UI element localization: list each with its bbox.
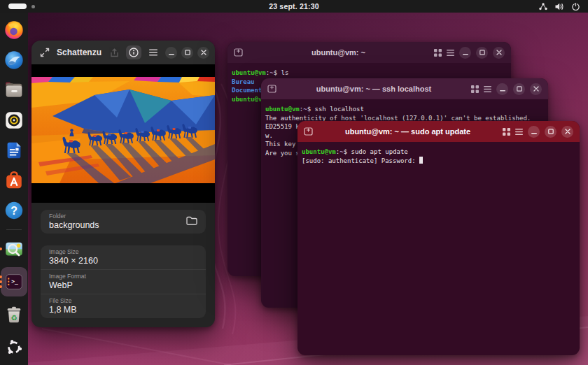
firefox-icon [4,20,24,41]
trash-icon: ♻ [4,304,24,325]
detail-label: File Size [49,297,197,305]
maximize-button[interactable] [513,83,525,95]
top-bar: 23 sept. 21:30 [0,0,588,13]
detail-value: WebP [49,280,197,291]
menu-icon[interactable] [484,86,491,92]
tab-overview-icon[interactable] [471,85,479,93]
svg-text:?: ? [10,205,18,217]
terminal-cursor [419,157,424,164]
dock-item-rhythmbox[interactable] [2,108,26,132]
dock-item-image-viewer[interactable] [2,237,26,261]
window-title: ubuntu@vm: ~ [248,48,429,57]
terminal-text-segment: ubuntu@vm [232,69,266,76]
terminal-text-segment: ssh localhost [314,106,363,113]
running-indicator [0,275,2,288]
terminal-text-segment: Are you s [265,150,300,157]
volume-icon[interactable] [555,3,564,10]
terminal-text-segment: ED25519 k [265,123,300,130]
dock-item-help[interactable]: ? [2,199,26,222]
new-tab-icon[interactable] [234,48,243,57]
rhythmbox-icon [4,110,24,131]
image-viewer-icon [4,238,24,259]
menu-icon[interactable] [515,129,523,135]
svg-text:>_: >_ [11,278,18,285]
share-icon[interactable] [106,45,122,59]
desktop: 23 sept. 21:30 [0,0,588,365]
terminal-3-content[interactable]: ubuntu@vm:~$ sudo apt update[sudo: authe… [298,142,580,355]
window-title: ubuntu@vm: ~ — sudo apt update [318,127,498,136]
folder-card[interactable]: Folder backgrounds [41,210,206,234]
system-status-area[interactable] [539,3,580,10]
detail-value: 1,8 MB [49,305,197,315]
terminal-window-3: ubuntu@vm: ~ — sudo apt update ubuntu@vm… [298,121,580,355]
image-properties-panel: Folder backgrounds Image Size 3840 × 216… [31,203,215,318]
svg-text:♻: ♻ [10,314,17,322]
new-tab-icon[interactable] [267,85,276,93]
dock-item-files[interactable] [2,78,26,102]
running-indicator [0,248,2,250]
dock-item-terminal[interactable]: >_ [1,267,27,296]
folder-value: backgrounds [49,220,186,231]
image-viewer-window: Schattenzu… [31,41,215,327]
terminal-text-segment: [sudo: authenticate] Password: [302,157,419,164]
open-folder-icon[interactable] [186,215,197,228]
dock-item-trash[interactable]: ♻ [2,303,26,327]
network-icon[interactable] [539,3,547,10]
camel-artwork [31,77,215,183]
terminal-text-segment: The authenticity of host 'localhost (127… [265,115,531,122]
terminal-3-titlebar[interactable]: ubuntu@vm: ~ — sudo apt update [298,121,580,142]
close-button[interactable] [530,83,542,95]
folder-label: Folder [49,213,186,220]
power-icon[interactable] [572,3,580,10]
terminal-icon: >_ [4,271,24,292]
app-center-icon [4,170,24,191]
tab-overview-icon[interactable] [503,128,510,136]
minimize-button[interactable] [528,126,540,138]
terminal-text-segment: sudo apt update [351,148,407,155]
details-card: Image Size 3840 × 2160 Image Format WebP… [41,245,206,318]
terminal-line: ubuntu@vm:~$ sudo apt update [302,148,575,157]
detail-row: Image Size 3840 × 2160 [41,245,206,269]
detail-label: Image Size [49,248,197,256]
close-button[interactable] [197,47,209,59]
help-icon: ? [4,200,24,221]
dock-item-ubuntu-logo[interactable] [2,336,26,359]
detail-row: File Size 1,8 MB [41,294,206,318]
maximize-button[interactable] [476,47,488,59]
libreoffice-icon [4,140,24,161]
fullscreen-icon[interactable] [37,45,52,59]
terminal-1-titlebar[interactable]: ubuntu@vm: ~ [227,42,511,63]
ubuntu-logo-icon [5,338,23,357]
minimize-button[interactable] [165,47,177,59]
new-tab-icon[interactable] [304,127,313,136]
dock-separator [6,229,22,230]
terminal-text-segment: Bureau [232,78,255,85]
image-viewer-titlebar[interactable]: Schattenzu… [31,41,215,64]
clock[interactable]: 23 sept. 21:30 [0,2,588,10]
dock-item-app-center[interactable] [2,169,26,192]
maximize-button[interactable] [181,47,193,59]
minimize-button[interactable] [496,83,508,95]
menu-icon[interactable] [146,45,161,59]
close-button[interactable] [493,47,505,59]
terminal-text-segment: w. [265,132,273,139]
dock-item-firefox[interactable] [2,18,26,42]
files-icon [4,80,24,101]
terminal-text-segment: $ [274,69,281,76]
menu-icon[interactable] [447,50,454,56]
terminal-text-segment: ubuntu@vm [302,148,336,155]
dock-item-thunderbird[interactable] [2,48,26,72]
close-button[interactable] [561,126,573,138]
minimize-button[interactable] [459,47,471,59]
maximize-button[interactable] [545,126,556,138]
tab-overview-icon[interactable] [434,49,442,57]
terminal-text-segment: $ [307,106,315,113]
dock-item-libreoffice[interactable] [2,138,26,162]
terminal-2-titlebar[interactable]: ubuntu@vm: ~ — ssh localhost [261,78,548,99]
terminal-text-segment: ubuntu@vm [265,106,300,113]
terminal-text-segment: This key [265,141,300,148]
terminal-line: ubuntu@vm:~$ ssh localhost [265,105,544,114]
info-button[interactable] [126,45,141,59]
detail-row: Image Format WebP [41,270,206,294]
terminal-text-segment: ls [281,69,288,76]
